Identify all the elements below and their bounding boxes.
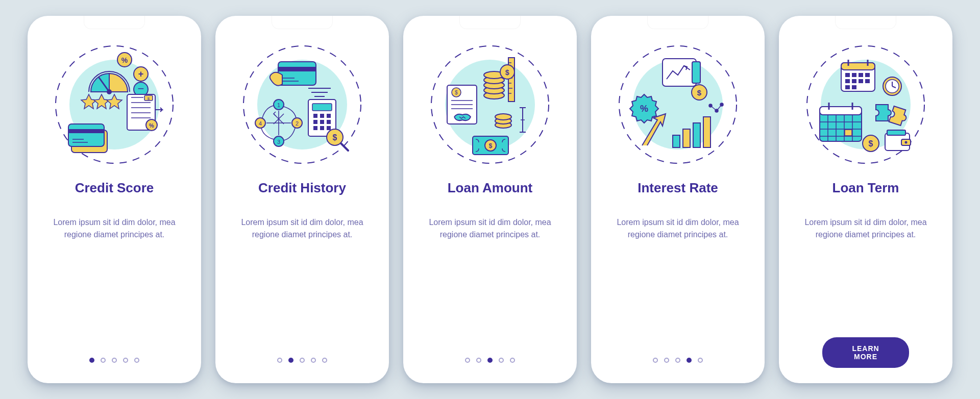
svg-rect-119: [845, 130, 852, 136]
screen-title: Loan Term: [832, 180, 899, 196]
svg-rect-81: [673, 135, 680, 147]
screen-title: Credit Score: [75, 180, 154, 196]
svg-rect-38: [313, 126, 317, 130]
svg-text:$: $: [489, 142, 493, 149]
loan-term-icon: $: [799, 38, 932, 171]
svg-point-66: [495, 114, 511, 120]
svg-rect-32: [313, 114, 317, 118]
svg-text:3: 3: [277, 139, 280, 145]
pagination-dots: [653, 358, 703, 363]
screen-body: Lorem ipsum sit id dim dolor, mea region…: [614, 216, 742, 241]
screen-body: Lorem ipsum sit id dim dolor, mea region…: [238, 216, 366, 241]
dot-5[interactable]: [134, 358, 139, 363]
svg-text:$: $: [455, 90, 458, 95]
loan-amount-icon: $ $: [424, 38, 556, 171]
screen-body: Lorem ipsum sit id dim dolor, mea region…: [426, 216, 554, 241]
dot-1[interactable]: [277, 358, 282, 363]
svg-rect-77: [692, 62, 700, 83]
phone-notch: [647, 16, 708, 29]
phone-notch: [272, 16, 333, 29]
svg-rect-100: [859, 79, 863, 83]
dot-2[interactable]: [288, 358, 293, 363]
svg-text:%: %: [640, 104, 648, 114]
svg-rect-35: [313, 120, 317, 124]
svg-rect-98: [845, 79, 850, 83]
dot-4[interactable]: [687, 358, 692, 363]
svg-text:1: 1: [277, 102, 280, 108]
credit-score-icon: + − % $ %: [48, 38, 181, 171]
svg-text:$: $: [869, 139, 873, 148]
svg-rect-34: [327, 114, 331, 118]
svg-rect-31: [312, 104, 332, 111]
svg-text:$: $: [697, 88, 702, 97]
screen-title: Loan Amount: [448, 180, 533, 196]
dot-3[interactable]: [112, 358, 117, 363]
svg-rect-84: [703, 117, 710, 147]
dot-4[interactable]: [123, 358, 128, 363]
svg-rect-91: [841, 63, 875, 70]
svg-text:$: $: [148, 96, 150, 101]
pagination-dots: [277, 358, 327, 363]
dot-5[interactable]: [510, 358, 515, 363]
dot-1[interactable]: [89, 358, 94, 363]
dot-3[interactable]: [675, 358, 680, 363]
dot-3[interactable]: [487, 358, 493, 363]
svg-rect-96: [859, 73, 863, 77]
svg-rect-36: [320, 120, 324, 124]
onboarding-screen-loan-amount: $ $: [403, 16, 577, 383]
phone-notch: [835, 16, 896, 29]
pagination-dots: [465, 358, 515, 363]
svg-rect-97: [865, 73, 870, 77]
svg-point-125: [905, 141, 908, 144]
phone-notch: [84, 16, 145, 29]
learn-more-button[interactable]: LEARN MORE: [822, 337, 909, 368]
svg-line-43: [341, 143, 348, 151]
screen-title: Interest Rate: [638, 180, 718, 196]
svg-rect-39: [320, 126, 324, 130]
dot-4[interactable]: [311, 358, 316, 363]
svg-rect-101: [865, 79, 870, 83]
svg-text:−: −: [138, 82, 144, 95]
dot-1[interactable]: [465, 358, 470, 363]
dot-2[interactable]: [101, 358, 106, 363]
svg-text:$: $: [333, 133, 337, 142]
svg-rect-83: [693, 123, 700, 147]
svg-rect-102: [845, 85, 850, 89]
dot-2[interactable]: [664, 358, 669, 363]
dot-5[interactable]: [698, 358, 703, 363]
svg-text:%: %: [149, 122, 154, 129]
svg-rect-95: [852, 73, 856, 77]
svg-rect-21: [278, 67, 316, 71]
screen-body: Lorem ipsum sit id dim dolor, mea region…: [802, 216, 929, 241]
onboarding-screen-interest-rate: $ % Interest Rate Lorem ipsum sit id dim: [591, 16, 765, 383]
pagination-dots: [89, 358, 139, 363]
svg-text:%: %: [121, 56, 128, 64]
svg-point-3: [107, 89, 112, 94]
svg-rect-46: [508, 58, 514, 102]
onboarding-screen-credit-score: + − % $ %: [28, 16, 201, 383]
svg-rect-82: [683, 129, 690, 147]
onboarding-screen-credit-history: 1 2 3 4 $ Credit History Lorem ipsu: [215, 16, 389, 383]
svg-rect-37: [327, 120, 331, 124]
svg-text:$: $: [505, 68, 509, 77]
svg-rect-99: [852, 79, 856, 83]
dot-3[interactable]: [300, 358, 305, 363]
svg-rect-123: [887, 130, 905, 135]
svg-rect-17: [68, 129, 104, 133]
dot-1[interactable]: [653, 358, 658, 363]
svg-rect-103: [852, 85, 856, 89]
svg-rect-20: [278, 62, 316, 85]
screen-title: Credit History: [258, 180, 346, 196]
dot-5[interactable]: [322, 358, 327, 363]
interest-rate-icon: $ %: [611, 38, 744, 171]
dot-2[interactable]: [476, 358, 481, 363]
svg-rect-109: [820, 107, 862, 115]
svg-rect-94: [845, 73, 850, 77]
svg-rect-33: [320, 114, 324, 118]
svg-rect-16: [68, 124, 104, 146]
dot-4[interactable]: [499, 358, 504, 363]
screen-body: Lorem ipsum sit id dim dolor, mea region…: [51, 216, 178, 241]
svg-text:4: 4: [259, 120, 262, 127]
phone-notch: [459, 16, 521, 29]
svg-text:+: +: [138, 69, 144, 79]
